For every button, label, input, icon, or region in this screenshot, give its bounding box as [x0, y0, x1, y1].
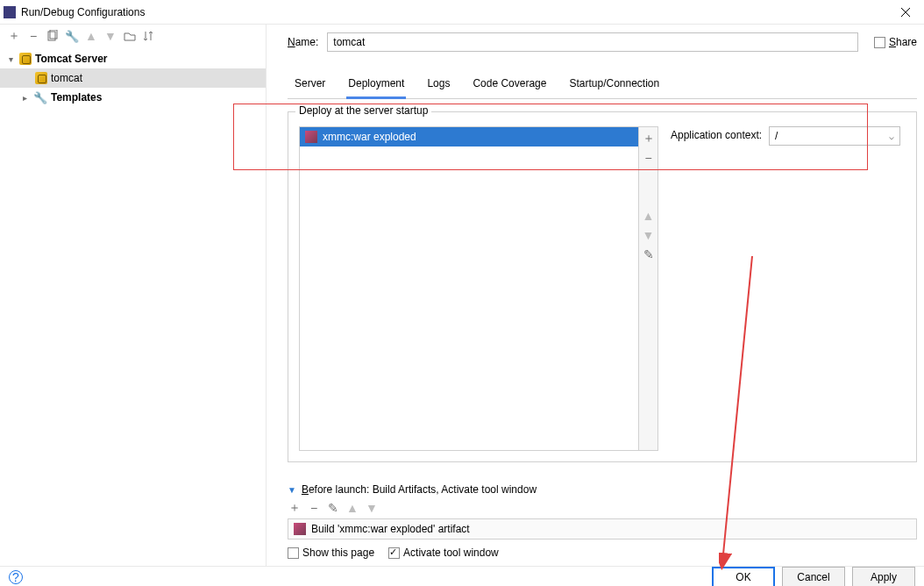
before-launch-item-label: Build 'xmmc:war exploded' artifact — [311, 523, 470, 535]
name-label: Name: — [288, 36, 318, 48]
edit-defaults-icon[interactable]: 🔧 — [65, 29, 79, 43]
copy-config-icon[interactable] — [46, 29, 60, 43]
tree-label: Tomcat Server — [35, 53, 107, 65]
checkbox-icon — [874, 37, 885, 48]
before-launch-item[interactable]: Build 'xmmc:war exploded' artifact — [288, 519, 916, 539]
move-down-icon[interactable]: ▼ — [103, 29, 117, 43]
app-icon — [4, 6, 16, 18]
apply-button[interactable]: Apply — [852, 567, 915, 586]
tree-templates[interactable]: ▸ 🔧 Templates — [0, 88, 266, 107]
tab-deployment[interactable]: Deployment — [346, 72, 406, 99]
tree-label: tomcat — [51, 72, 82, 84]
window-title: Run/Debug Configurations — [21, 6, 145, 18]
activate-tool-window-checkbox[interactable]: Activate tool window — [388, 547, 499, 559]
folder-icon[interactable] — [123, 29, 137, 43]
tomcat-server-icon — [19, 53, 32, 65]
tab-code-coverage[interactable]: Code Coverage — [471, 72, 548, 98]
checkbox-checked-icon — [388, 547, 400, 559]
show-this-page-label: Show this page — [302, 547, 374, 559]
name-input[interactable] — [327, 32, 858, 52]
share-checkbox[interactable]: Share — [874, 36, 917, 48]
app-context-label: Application context: — [671, 126, 762, 141]
before-launch-toggle[interactable]: ▼ Before launch: Build Artifacts, Activa… — [288, 483, 917, 496]
bl-remove-button[interactable]: − — [307, 501, 321, 515]
artifact-icon — [294, 523, 306, 535]
app-context-value: / — [775, 130, 778, 142]
bl-add-button[interactable]: ＋ — [288, 501, 302, 515]
show-this-page-checkbox[interactable]: Show this page — [288, 547, 374, 559]
tree-label: Templates — [51, 91, 102, 104]
ok-button[interactable]: OK — [712, 567, 775, 586]
wrench-icon: 🔧 — [33, 91, 47, 104]
deploy-edit-button[interactable]: ✎ — [641, 247, 657, 262]
artifact-icon — [305, 131, 317, 143]
move-up-icon[interactable]: ▲ — [84, 29, 98, 43]
caret-down-icon: ▼ — [288, 485, 296, 495]
share-label: Share — [889, 36, 917, 48]
tree-tomcat-config[interactable]: tomcat — [0, 68, 266, 88]
tomcat-icon — [35, 72, 47, 84]
activate-tool-window-label: Activate tool window — [403, 547, 499, 559]
deploy-remove-button[interactable]: − — [641, 150, 657, 166]
tab-server[interactable]: Server — [293, 72, 327, 98]
deploy-move-down-button[interactable]: ▼ — [641, 227, 657, 243]
checkbox-icon — [288, 547, 299, 559]
tab-logs[interactable]: Logs — [425, 72, 451, 98]
add-config-icon[interactable]: ＋ — [7, 29, 21, 43]
deploy-move-up-button[interactable]: ▲ — [641, 208, 657, 224]
bl-move-up-button[interactable]: ▲ — [345, 501, 359, 515]
window-close-button[interactable] — [887, 0, 924, 24]
app-context-select[interactable]: / ⌵ — [769, 126, 900, 146]
help-icon[interactable]: ? — [9, 570, 23, 584]
chevron-down-icon: ⌵ — [889, 132, 894, 141]
deploy-add-button[interactable]: ＋ — [641, 131, 657, 146]
tab-startup-connection[interactable]: Startup/Connection — [567, 72, 661, 98]
tree-tomcat-server[interactable]: ▾ Tomcat Server — [0, 49, 266, 68]
caret-down-icon: ▾ — [5, 54, 16, 64]
remove-config-icon[interactable]: − — [26, 29, 40, 43]
deploy-item[interactable]: xmmc:war exploded — [300, 127, 638, 146]
bl-move-down-button[interactable]: ▼ — [365, 501, 379, 515]
sort-icon[interactable] — [142, 29, 156, 43]
before-launch-label: Before launch: Build Artifacts, Activate… — [302, 483, 537, 496]
deploy-item-label: xmmc:war exploded — [323, 131, 416, 143]
deploy-group-legend: Deploy at the server startup — [295, 104, 431, 117]
cancel-button[interactable]: Cancel — [782, 567, 845, 586]
caret-right-icon: ▸ — [19, 93, 30, 103]
bl-edit-button[interactable]: ✎ — [326, 501, 340, 515]
deploy-list[interactable]: xmmc:war exploded ＋ − ▲ ▼ ✎ — [299, 126, 658, 451]
